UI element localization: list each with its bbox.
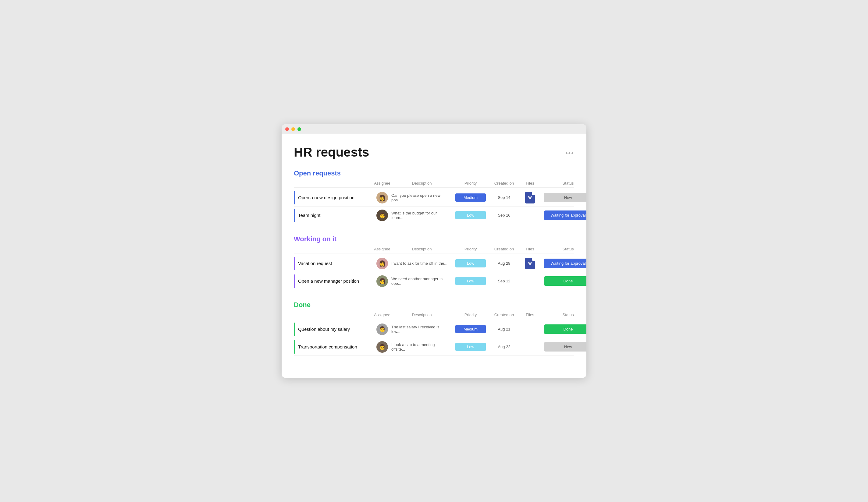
row-name-text: Team night [298,213,320,218]
col-header-status: Status [541,247,586,251]
col-header-status: Status [541,313,586,317]
col-header-description: Description [391,313,452,317]
col-header-priority: Priority [452,247,489,251]
row-name-text: Vacation request [298,261,332,266]
col-header-assignee: Assignee [373,181,391,186]
minimize-button[interactable] [291,127,295,131]
col-header-name [294,313,373,317]
row-name-text: Open a new design position [298,195,354,200]
page-title: HR requests [294,145,369,160]
section-title-open: Open requests [294,169,355,177]
col-header-files: Files [519,313,541,317]
col-header-assignee: Assignee [373,247,391,251]
row-left-border [294,323,295,336]
table-open: AssigneeDescriptionPriorityCreated onFil… [294,181,574,224]
file-icon[interactable]: W [525,192,535,203]
status-badge[interactable]: New [544,193,586,202]
status-badge[interactable]: New [544,342,586,352]
table-row[interactable]: Transportation compensation👨I took a cab… [294,338,574,356]
table-row[interactable]: Team night👨What is the budget for our te… [294,207,574,224]
priority-badge: Low [455,259,486,268]
close-button[interactable] [285,127,289,131]
priority-badge: Medium [455,194,486,202]
row-name-cell: Open a new design position [294,191,373,205]
status-badge[interactable]: Waiting for approval [544,210,586,220]
col-header-created_on: Created on [489,181,519,186]
avatar: 👨 [376,341,388,353]
section-header-working: Working on it [294,235,574,243]
col-header-created_on: Created on [489,247,519,251]
date-cell: Aug 28 [489,261,519,265]
files-cell: W [519,192,541,203]
date-cell: Sep 14 [489,195,519,200]
col-header-created_on: Created on [489,313,519,317]
assignee-cell: 👩 [373,275,391,287]
table-done: AssigneeDescriptionPriorityCreated onFil… [294,313,574,356]
page-header: HR requests ••• [294,145,574,160]
col-headers-open: AssigneeDescriptionPriorityCreated onFil… [294,181,574,188]
description-cell: The last salary I received is low... [391,325,452,334]
files-cell: W [519,258,541,269]
col-headers-done: AssigneeDescriptionPriorityCreated onFil… [294,313,574,319]
row-name-text: Transportation compensation [298,344,357,349]
row-left-border [294,257,295,270]
titlebar [282,124,586,134]
date-cell: Sep 12 [489,279,519,283]
assignee-cell: 👨 [373,210,391,221]
section-title-done: Done [294,301,355,309]
more-options-button[interactable]: ••• [565,149,574,157]
row-left-border [294,209,295,222]
table-row[interactable]: Question about my salary👨The last salary… [294,321,574,338]
row-name-cell: Question about my salary [294,323,373,336]
table-working: AssigneeDescriptionPriorityCreated onFil… [294,247,574,290]
row-name-cell: Transportation compensation [294,340,373,354]
maximize-button[interactable] [298,127,301,131]
priority-badge: Low [455,277,486,285]
row-name-cell: Vacation request [294,257,373,270]
priority-cell: Medium [452,194,489,202]
status-cell: Waiting for approval [541,210,586,220]
col-header-priority: Priority [452,313,489,317]
status-badge[interactable]: Done [544,276,586,286]
col-header-assignee: Assignee [373,313,391,317]
avatar: 👩 [376,192,388,203]
col-header-description: Description [391,181,452,186]
assignee-cell: 👩 [373,192,391,203]
file-icon[interactable]: W [525,258,535,269]
main-content: HR requests ••• Open requestsAssigneeDes… [282,134,586,378]
description-cell: What is the budget for our team... [391,211,452,220]
status-cell: New [541,193,586,202]
col-header-description: Description [391,247,452,251]
section-working: Working on itAssigneeDescriptionPriority… [294,235,574,290]
col-header-priority: Priority [452,181,489,186]
assignee-cell: 👨 [373,324,391,335]
row-name-cell: Open a new manager position [294,274,373,288]
priority-cell: Low [452,211,489,219]
status-cell: Done [541,276,586,286]
table-row[interactable]: Vacation request👩I want to ask for time … [294,255,574,272]
status-cell: Waiting for approval [541,259,586,268]
status-badge[interactable]: Waiting for approval [544,259,586,268]
col-header-files: Files [519,181,541,186]
assignee-cell: 👨 [373,341,391,353]
avatar: 👩 [376,258,388,269]
priority-cell: Medium [452,325,489,333]
assignee-cell: 👩 [373,258,391,269]
col-header-files: Files [519,247,541,251]
priority-cell: Low [452,343,489,351]
app-window: HR requests ••• Open requestsAssigneeDes… [282,124,586,378]
section-header-done: Done [294,301,574,309]
status-badge[interactable]: Done [544,324,586,334]
priority-badge: Low [455,211,486,219]
col-header-name [294,181,373,186]
col-headers-working: AssigneeDescriptionPriorityCreated onFil… [294,247,574,253]
table-row[interactable]: Open a new manager position👩We need anot… [294,272,574,290]
row-left-border [294,274,295,288]
table-row[interactable]: Open a new design position👩Can you pleas… [294,189,574,207]
status-cell: New [541,342,586,352]
priority-badge: Low [455,343,486,351]
priority-cell: Low [452,259,489,268]
description-cell: I want to ask for time off in the... [391,261,452,265]
date-cell: Aug 22 [489,345,519,349]
status-cell: Done [541,324,586,334]
